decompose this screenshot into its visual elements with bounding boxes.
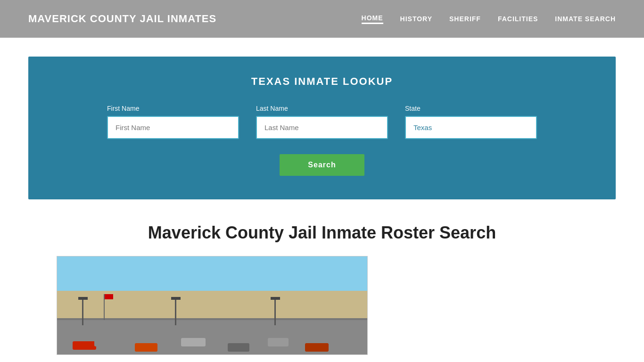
first-name-group: First Name [107,105,239,139]
pole-top-1 [78,297,88,300]
roster-title: Maverick County Jail Inmate Roster Searc… [28,223,616,243]
nav-sheriff[interactable]: SHERIFF [449,15,481,23]
pole-top-3 [271,297,280,300]
search-button-row: Search [57,154,587,176]
light-pole-3 [274,297,276,325]
pole-top-2 [171,297,181,300]
nav-inmate-search[interactable]: INMATE SEARCH [555,15,616,23]
search-fields: First Name Last Name State [57,105,587,139]
nav-facilities[interactable]: FACILITIES [498,15,538,23]
car-4 [181,338,206,346]
search-panel: TEXAS INMATE LOOKUP First Name Last Name… [28,57,616,199]
jail-image-container [28,256,616,355]
light-pole-1 [82,297,83,325]
car-7 [305,343,329,352]
flag [105,294,113,299]
car-1 [73,341,96,350]
state-group: State [405,105,537,139]
first-name-label: First Name [107,105,239,112]
car-3 [135,343,157,352]
nav-history[interactable]: HISTORY [400,15,432,23]
nav: HOME HISTORY SHERIFF FACILITIES INMATE S… [362,14,616,24]
last-name-label: Last Name [256,105,388,112]
site-title: MAVERICK COUNTY JAIL INMATES [28,13,216,25]
nav-home[interactable]: HOME [362,14,383,24]
last-name-input[interactable] [256,116,388,139]
header: MAVERICK COUNTY JAIL INMATES HOME HISTOR… [0,0,644,38]
car-6 [268,338,289,346]
light-pole-2 [175,297,176,325]
search-button[interactable]: Search [280,154,364,176]
last-name-group: Last Name [256,105,388,139]
state-label: State [405,105,537,112]
car-2 [94,338,116,346]
first-name-input[interactable] [107,116,239,139]
search-panel-title: TEXAS INMATE LOOKUP [57,75,587,88]
car-5 [228,343,249,352]
flag-pole [104,294,105,320]
state-input[interactable] [405,116,537,139]
main-content: Maverick County Jail Inmate Roster Searc… [0,199,644,362]
jail-image [57,256,368,355]
